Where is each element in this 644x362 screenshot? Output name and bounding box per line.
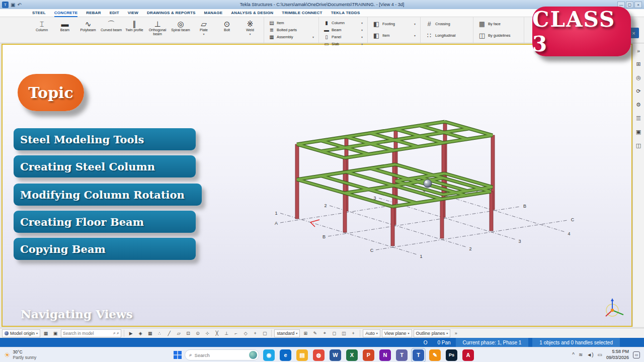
snap-grid-icon[interactable]: ▦ bbox=[146, 329, 154, 337]
snap-plane-icon[interactable]: ▱ bbox=[175, 329, 183, 337]
tool-twin-profile[interactable]: ∥Twin profile bbox=[123, 18, 146, 32]
grid-toggle-icon[interactable]: ▦ bbox=[42, 329, 50, 337]
tool-polybeam[interactable]: ∿Polybeam bbox=[76, 18, 100, 32]
snap-free-icon[interactable]: ▢ bbox=[261, 329, 269, 337]
taskbar-app-file-explorer[interactable]: ▤ bbox=[295, 348, 309, 362]
advanced-search-icon[interactable]: ⌕ bbox=[117, 330, 119, 336]
tab-tekla-tedds[interactable]: TEKLA TEDDS bbox=[331, 9, 360, 17]
snap-extension-icon[interactable]: ⌐ bbox=[232, 329, 240, 337]
taskbar-app-tekla[interactable]: T bbox=[412, 348, 425, 362]
tool-crossing[interactable]: #Crossing bbox=[425, 20, 468, 28]
taskbar-app-photoshop[interactable]: Ps bbox=[445, 348, 458, 362]
chevron-down-icon[interactable]: ▾ bbox=[312, 35, 314, 39]
view-plane-dropdown[interactable]: View plane▾ bbox=[382, 329, 412, 337]
outline-planes-dropdown[interactable]: Outline planes▾ bbox=[414, 329, 451, 337]
speaker-icon[interactable]: ◄) bbox=[587, 352, 593, 357]
tool-footing[interactable]: ◧Footing▾ bbox=[372, 20, 416, 28]
tool-by-guidelines[interactable]: ◫By guidelines bbox=[478, 32, 519, 39]
select-arrow-icon[interactable]: ▶ bbox=[127, 329, 135, 337]
tab-drawings-reports[interactable]: DRAWINGS & REPORTS bbox=[147, 9, 196, 17]
tool-panel[interactable]: ▯Panel▾ bbox=[324, 34, 363, 40]
chevron-down-icon[interactable]: ▾ bbox=[361, 35, 363, 39]
tool-concrete-beam[interactable]: ▬Beam▾ bbox=[324, 27, 363, 33]
chevron-down-icon[interactable]: ▾ bbox=[203, 33, 204, 36]
tab-rebar[interactable]: REBAR bbox=[86, 9, 101, 17]
tool-assembly[interactable]: ▦Assembly▾ bbox=[269, 34, 314, 40]
tool-longitudinal[interactable]: ∷Longitudinal bbox=[425, 32, 468, 39]
snap-center-icon[interactable]: ⊙ bbox=[194, 329, 202, 337]
tray-chevron-up-icon[interactable]: ^ bbox=[572, 352, 575, 357]
tab-steel[interactable]: STEEL bbox=[32, 9, 46, 17]
tool-orthogonal-beam[interactable]: ⊥Orthogonal beam bbox=[146, 18, 169, 36]
snap-reference-icon[interactable]: ◈ bbox=[136, 329, 144, 337]
auto-dropdown[interactable]: Auto▾ bbox=[363, 329, 380, 337]
close-button[interactable]: × bbox=[634, 2, 642, 8]
taskbar-app-powerpoint[interactable]: P bbox=[362, 348, 375, 362]
model-origin-dropdown[interactable]: Model origin▾ bbox=[2, 329, 40, 337]
tab-concrete[interactable]: CONCRETE bbox=[54, 9, 78, 17]
tool-bolted-parts[interactable]: ≣Bolted parts bbox=[269, 27, 314, 33]
taskbar-weather-widget[interactable]: ☀ 30°C Partly sunny bbox=[0, 349, 80, 359]
tool-plate[interactable]: ▱Plate▾ bbox=[192, 18, 215, 36]
tool-by-face[interactable]: ▦By face bbox=[478, 20, 519, 28]
view-planes-icon[interactable]: ◫ bbox=[340, 329, 348, 337]
snap-intersection-icon[interactable]: ╳ bbox=[213, 329, 221, 337]
chevron-down-icon[interactable]: ▾ bbox=[361, 21, 363, 25]
rotate-view-icon[interactable]: ⟳ bbox=[634, 87, 643, 96]
undo-icon[interactable]: ↶ bbox=[17, 2, 21, 8]
wifi-icon[interactable]: ≋ bbox=[579, 352, 583, 357]
chevron-down-icon[interactable]: ▾ bbox=[361, 28, 363, 32]
snap-points-icon[interactable]: ∴ bbox=[155, 329, 164, 337]
taskbar-app-teams[interactable]: T bbox=[395, 348, 409, 362]
locate-icon[interactable]: ⌖ bbox=[320, 329, 329, 337]
taskbar-app-word[interactable]: W bbox=[329, 348, 342, 362]
snap-profile-dropdown[interactable]: standard▾ bbox=[274, 329, 300, 337]
search-highlight-image[interactable] bbox=[249, 351, 257, 359]
tab-edit[interactable]: EDIT bbox=[110, 9, 119, 17]
model-search-input[interactable] bbox=[63, 331, 112, 336]
tool-weld[interactable]: ※Weld▾ bbox=[238, 18, 262, 36]
ortho-toggle-icon[interactable]: ⊞ bbox=[301, 329, 309, 337]
chevron-down-icon[interactable]: ▾ bbox=[414, 22, 416, 26]
orbit-tool-icon[interactable]: ◎ bbox=[634, 73, 643, 82]
taskbar-search[interactable]: ⌕ bbox=[185, 349, 259, 360]
tab-view[interactable]: VIEW bbox=[128, 9, 138, 17]
snap-nearest-icon[interactable]: ◇ bbox=[242, 329, 250, 337]
tool-cast-item[interactable]: ◧Item▾ bbox=[372, 32, 416, 39]
toolbar-overflow-icon[interactable]: » bbox=[452, 329, 460, 337]
taskbar-app-chrome[interactable]: ◍ bbox=[312, 348, 326, 362]
taskbar-app-copilot[interactable]: ◉ bbox=[262, 348, 276, 362]
save-icon[interactable]: ▣ bbox=[11, 2, 15, 8]
panel-collapse-icon[interactable]: » bbox=[634, 46, 643, 55]
search-icon[interactable]: ⌕ bbox=[113, 330, 116, 336]
tool-column[interactable]: ⌶Column bbox=[30, 18, 53, 32]
taskbar-app-edge[interactable]: e bbox=[279, 348, 292, 362]
clip-plane-icon[interactable]: ◻ bbox=[330, 329, 338, 337]
snap-line-icon[interactable]: ╱ bbox=[165, 329, 173, 337]
add-point-icon[interactable]: + bbox=[349, 329, 357, 337]
snap-midpoint-icon[interactable]: ⊹ bbox=[203, 329, 211, 337]
tool-spiral-beam[interactable]: ◎Spiral beam bbox=[169, 18, 192, 32]
model-search[interactable]: ⌕ ⌕ bbox=[61, 329, 121, 337]
tab-analysis-design[interactable]: ANALYSIS & DESIGN bbox=[231, 9, 273, 17]
tool-bolt[interactable]: ⊙Bolt bbox=[215, 18, 238, 32]
taskbar-app-tekla-warehouse[interactable]: ✎ bbox=[428, 348, 442, 362]
chevron-down-icon[interactable]: ▾ bbox=[249, 33, 251, 36]
phase-indicator[interactable]: Current phase: 1, Phase 1 bbox=[456, 338, 529, 347]
chevron-down-icon[interactable]: ▾ bbox=[361, 42, 363, 46]
notifications-icon[interactable]: ▭ bbox=[633, 351, 640, 358]
tool-beam[interactable]: ▬Beam bbox=[53, 18, 76, 32]
battery-icon[interactable]: ▭ bbox=[598, 352, 602, 357]
components-icon[interactable]: ▣ bbox=[634, 128, 643, 136]
settings-gear-icon[interactable]: ⚙ bbox=[634, 101, 643, 109]
sketch-icon[interactable]: ✎ bbox=[311, 329, 319, 337]
taskbar-search-input[interactable] bbox=[195, 352, 247, 358]
taskbar-app-excel[interactable]: X bbox=[345, 348, 359, 362]
model-3d-view[interactable]: 1 1 2 2 3 3 4 4 A A B B C C bbox=[274, 113, 586, 262]
model-viewport[interactable]: 1 1 2 2 3 3 4 4 A A B B C C bbox=[2, 44, 632, 327]
chevron-down-icon[interactable]: ▾ bbox=[414, 34, 416, 37]
tool-slab[interactable]: ▭Slab▾ bbox=[324, 41, 363, 47]
pan-tool-icon[interactable]: ⊞ bbox=[634, 60, 643, 68]
tool-curved-beam[interactable]: ⌒Curved beam bbox=[100, 18, 123, 32]
taskbar-app-onenote[interactable]: N bbox=[378, 348, 392, 362]
